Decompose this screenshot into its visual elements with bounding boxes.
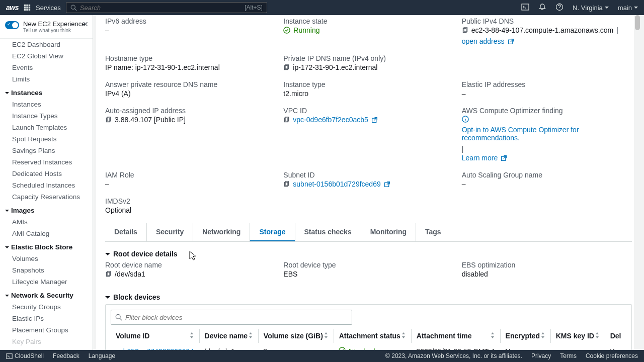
sidebar-item-snapshots[interactable]: Snapshots [0, 264, 93, 276]
eip-value: – [462, 89, 632, 98]
copy-icon[interactable] [105, 271, 112, 278]
sidebar-item-lifecycle-manager[interactable]: Lifecycle Manager [0, 276, 93, 288]
sidebar-item-dedicated-hosts[interactable]: Dedicated Hosts [0, 168, 93, 179]
sidebar-item-instances[interactable]: Instances [0, 99, 93, 110]
privacy-link[interactable]: Privacy [531, 352, 551, 359]
col-encrypted[interactable]: Encrypted [500, 329, 550, 343]
cloudshell-icon[interactable] [521, 3, 529, 13]
svg-rect-2 [29, 5, 31, 7]
state-label: Instance state [283, 17, 453, 25]
col-attach-time[interactable]: Attachment time [411, 329, 500, 343]
imds-label: IMDSv2 [105, 197, 275, 205]
ebs-opt-label: EBS optimization [462, 261, 632, 269]
global-header: aws Services [Alt+S] N. Virginia main [0, 0, 644, 15]
svg-rect-36 [7, 354, 12, 359]
svg-rect-7 [26, 9, 28, 11]
ans-label: Answer private resource DNS name [105, 80, 275, 88]
vpc-label: VPC ID [283, 107, 453, 115]
search-input[interactable] [80, 4, 245, 12]
sidebar-section-images[interactable]: Images [0, 203, 93, 216]
sidebar-item-limits[interactable]: Limits [0, 73, 93, 85]
new-exp-title: New EC2 Experience [23, 20, 86, 28]
copyright-text: © 2023, Amazon Web Services, Inc. or its… [385, 352, 522, 359]
chevron-down-icon [105, 253, 110, 258]
col-volume-id[interactable]: Volume ID [111, 329, 199, 343]
tab-details[interactable]: Details [105, 223, 146, 241]
sidebar-item-dashboard[interactable]: EC2 Dashboard [0, 39, 93, 50]
services-grid-icon[interactable] [24, 4, 31, 11]
new-experience-toggle[interactable]: ✓ [5, 21, 19, 29]
feedback-link[interactable]: Feedback [53, 352, 79, 359]
sidebar-item-placement-groups[interactable]: Placement Groups [0, 324, 93, 336]
help-icon[interactable] [555, 3, 564, 13]
vpc-link[interactable]: vpc-0d9e6fb7f2ec0acb5 [293, 116, 368, 124]
external-link-icon [371, 117, 378, 123]
col-device-name[interactable]: Device name [199, 329, 258, 343]
block-devices-header[interactable]: Block devices [105, 290, 632, 304]
svg-rect-5 [29, 7, 31, 9]
sidebar-section-network-security[interactable]: Network & Security [0, 288, 93, 301]
cell-del: Yes [605, 343, 626, 350]
cookie-prefs-link[interactable]: Cookie preferences [586, 352, 638, 359]
sidebar-item-ami-catalog[interactable]: AMI Catalog [0, 228, 93, 239]
col-attach-status[interactable]: Attachment status [334, 329, 411, 343]
region-selector[interactable]: N. Virginia [573, 4, 609, 12]
sidebar-item-capacity-reservations[interactable]: Capacity Reservations [0, 191, 93, 203]
copy-icon[interactable] [283, 181, 290, 188]
sidebar-item-spot-requests[interactable]: Spot Requests [0, 133, 93, 145]
tab-storage[interactable]: Storage [250, 223, 294, 241]
aws-logo[interactable]: aws [6, 4, 19, 12]
copy-icon[interactable] [283, 64, 290, 71]
sidebar-item-instance-types[interactable]: Instance Types [0, 110, 93, 122]
sidebar-item-events[interactable]: Events [0, 62, 93, 73]
co-link[interactable]: Opt-in to AWS Compute Optimizer for reco… [462, 126, 632, 142]
svg-rect-6 [24, 9, 26, 11]
external-link-icon [508, 38, 514, 45]
root-device-header[interactable]: Root device details [105, 247, 632, 261]
vertical-scrollbar[interactable] [634, 15, 641, 350]
new-exp-subtitle[interactable]: Tell us what you think [23, 28, 86, 33]
cloudshell-link[interactable]: CloudShell [6, 352, 44, 359]
col-kms[interactable]: KMS key ID [550, 329, 605, 343]
copy-icon[interactable] [105, 117, 112, 123]
sidebar-item-reserved-instances[interactable]: Reserved Instances [0, 156, 93, 168]
chevron-down-icon [105, 296, 110, 301]
sidebar-section-instances[interactable]: Instances [0, 85, 93, 99]
sidebar-item-key-pairs[interactable]: Key Pairs [0, 336, 93, 347]
hostname-value: IP name: ip-172-31-90-1.ec2.internal [105, 63, 275, 71]
notifications-icon[interactable] [538, 3, 546, 13]
copy-icon[interactable] [462, 27, 468, 34]
privdns-value: ip-172-31-90-1.ec2.internal [293, 63, 377, 71]
tab-networking[interactable]: Networking [193, 223, 250, 241]
close-icon[interactable]: ✕ [83, 20, 89, 28]
subnet-label: Subnet ID [283, 171, 453, 179]
sidebar-item-amis[interactable]: AMIs [0, 216, 93, 228]
copy-icon[interactable] [283, 117, 290, 123]
sidebar-item-savings-plans[interactable]: Savings Plans [0, 145, 93, 156]
language-link[interactable]: Language [89, 352, 115, 359]
tab-status-checks[interactable]: Status checks [295, 223, 361, 241]
global-search[interactable]: [Alt+S] [66, 2, 267, 13]
sidebar-item-launch-templates[interactable]: Launch Templates [0, 122, 93, 133]
cell-encrypted: No [500, 343, 550, 350]
services-link[interactable]: Services [36, 4, 61, 12]
open-address-link[interactable]: open address [462, 37, 505, 45]
subnet-link[interactable]: subnet-0156b01d729fced69 [293, 180, 380, 188]
sidebar-item-security-groups[interactable]: Security Groups [0, 301, 93, 313]
tab-monitoring[interactable]: Monitoring [361, 223, 416, 241]
sidebar-item-scheduled-instances[interactable]: Scheduled Instances [0, 179, 93, 191]
sidebar-item-global-view[interactable]: EC2 Global View [0, 50, 93, 62]
tab-security[interactable]: Security [146, 223, 193, 241]
learn-more-link[interactable]: Learn more [462, 154, 498, 162]
block-filter-input[interactable] [125, 314, 348, 321]
sidebar-item-elastic-ips[interactable]: Elastic IPs [0, 313, 93, 324]
col-volume-size[interactable]: Volume size (GiB) [258, 329, 334, 343]
col-delete-on-term[interactable]: Del [605, 329, 626, 343]
terms-link[interactable]: Terms [560, 352, 577, 359]
block-devices-filter[interactable] [111, 310, 352, 325]
sidebar-section-ebs[interactable]: Elastic Block Store [0, 239, 93, 253]
tab-tags[interactable]: Tags [416, 223, 450, 241]
sidebar-item-volumes[interactable]: Volumes [0, 253, 93, 264]
status-running-icon [283, 27, 290, 34]
account-selector[interactable]: main [618, 4, 638, 12]
